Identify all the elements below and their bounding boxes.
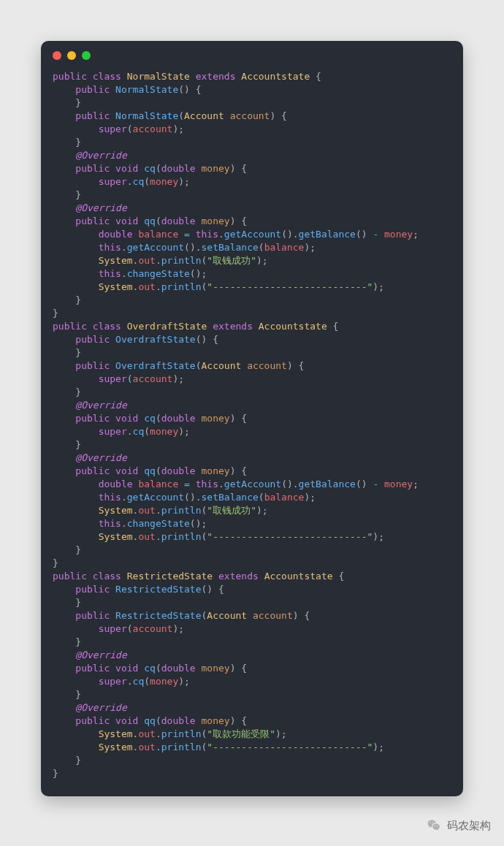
close-icon[interactable] <box>53 51 61 60</box>
wechat-icon <box>427 818 441 833</box>
code-card: public class NormalState extends Account… <box>41 41 463 796</box>
code-block: public class NormalState extends Account… <box>41 70 463 796</box>
window-titlebar <box>41 41 463 70</box>
footer-label: 码农架构 <box>447 819 491 833</box>
footer: 码农架构 <box>427 818 491 833</box>
minimize-icon[interactable] <box>67 51 76 60</box>
zoom-icon[interactable] <box>82 51 91 60</box>
